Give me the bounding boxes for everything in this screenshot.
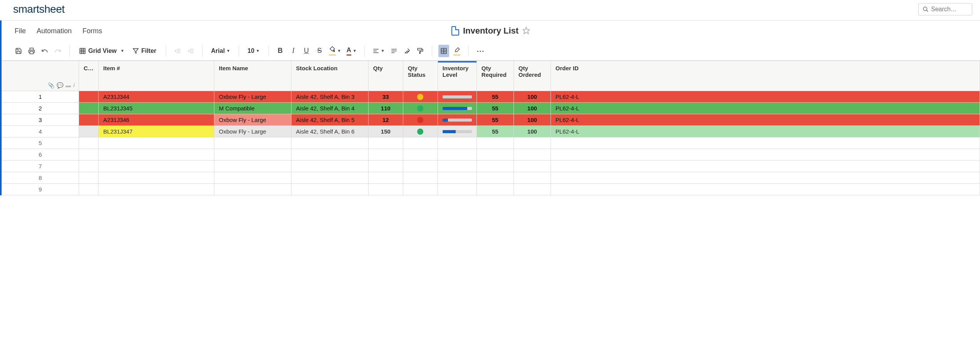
empty-cell[interactable] bbox=[477, 149, 514, 161]
bold-button[interactable]: B bbox=[275, 45, 286, 57]
col-qty-ord[interactable]: Qty Ordered bbox=[514, 61, 551, 91]
empty-cell[interactable] bbox=[291, 161, 368, 172]
proof-icon[interactable]: ▬ bbox=[66, 82, 71, 88]
empty-cell[interactable] bbox=[438, 172, 477, 184]
empty-cell[interactable] bbox=[291, 137, 368, 149]
filter-button[interactable]: Filter bbox=[130, 46, 159, 56]
row-number[interactable]: 6 bbox=[2, 149, 79, 161]
view-switcher[interactable]: Grid View ▼ bbox=[76, 46, 127, 56]
empty-cell[interactable] bbox=[477, 137, 514, 149]
cell-qty[interactable]: 150 bbox=[368, 126, 403, 137]
empty-cell[interactable] bbox=[403, 184, 438, 195]
col-order-id[interactable]: Order ID bbox=[551, 61, 980, 91]
strikethrough-button[interactable]: S bbox=[314, 45, 325, 57]
format-painter-button[interactable] bbox=[415, 45, 426, 57]
cell-item-no[interactable]: BL231J347 bbox=[98, 126, 214, 137]
cell-qty-ord[interactable]: 100 bbox=[514, 103, 551, 114]
indent-button[interactable] bbox=[185, 45, 196, 57]
row-number[interactable]: 4 bbox=[2, 126, 79, 137]
row-number[interactable]: 2 bbox=[2, 103, 79, 114]
row-number[interactable]: 3 bbox=[2, 114, 79, 126]
menu-forms[interactable]: Forms bbox=[83, 27, 102, 35]
clear-format-button[interactable] bbox=[402, 45, 413, 57]
empty-cell[interactable] bbox=[438, 184, 477, 195]
empty-cell[interactable] bbox=[368, 184, 403, 195]
fill-color-button[interactable]: ▼ bbox=[327, 45, 343, 57]
menu-file[interactable]: File bbox=[15, 27, 26, 35]
cell-qty[interactable]: 33 bbox=[368, 91, 403, 103]
empty-cell[interactable] bbox=[214, 161, 291, 172]
cell-stock-loc[interactable]: Aisle 42, Shelf A, Bin 5 bbox=[291, 114, 368, 126]
row-number[interactable]: 9 bbox=[2, 184, 79, 195]
table-row[interactable]: 6 bbox=[2, 149, 980, 161]
col-qty-status[interactable]: Qty Status bbox=[403, 61, 438, 91]
row-number[interactable]: 7 bbox=[2, 161, 79, 172]
table-row[interactable]: 8 bbox=[2, 172, 980, 184]
empty-cell[interactable] bbox=[438, 149, 477, 161]
wrap-button[interactable] bbox=[389, 45, 399, 57]
empty-cell[interactable] bbox=[291, 149, 368, 161]
font-size-select[interactable]: 10▼ bbox=[245, 47, 262, 54]
empty-cell[interactable] bbox=[368, 161, 403, 172]
empty-cell[interactable] bbox=[368, 149, 403, 161]
empty-cell[interactable] bbox=[98, 137, 214, 149]
cell-qty-ord[interactable]: 100 bbox=[514, 126, 551, 137]
empty-cell[interactable] bbox=[214, 172, 291, 184]
cell-qty-status[interactable] bbox=[403, 114, 438, 126]
search-box[interactable] bbox=[918, 3, 972, 15]
italic-button[interactable]: I bbox=[288, 45, 299, 57]
cell-order-id[interactable]: PL62-4-L bbox=[551, 114, 980, 126]
empty-cell[interactable] bbox=[514, 184, 551, 195]
col-inv-level[interactable]: Inventory Level bbox=[438, 61, 477, 91]
empty-cell[interactable] bbox=[79, 161, 99, 172]
outdent-button[interactable] bbox=[172, 45, 183, 57]
empty-cell[interactable] bbox=[514, 161, 551, 172]
cell-qty-req[interactable]: 55 bbox=[477, 91, 514, 103]
info-icon[interactable]: i bbox=[73, 82, 75, 88]
cell-qty[interactable]: 110 bbox=[368, 103, 403, 114]
col-item-name[interactable]: Item Name bbox=[214, 61, 291, 91]
empty-cell[interactable] bbox=[79, 172, 99, 184]
favorite-star-icon[interactable] bbox=[522, 27, 530, 36]
print-button[interactable] bbox=[26, 45, 37, 57]
comments-icon[interactable]: 💬 bbox=[57, 82, 63, 88]
empty-cell[interactable] bbox=[477, 184, 514, 195]
table-row[interactable]: 2BL231J345M CompatibleAisle 42, Shelf A,… bbox=[2, 103, 980, 114]
empty-cell[interactable] bbox=[477, 161, 514, 172]
empty-cell[interactable] bbox=[438, 137, 477, 149]
table-row[interactable]: 4BL231J347Oxbow Fly - LargeAisle 42, She… bbox=[2, 126, 980, 137]
cell-inv-level[interactable] bbox=[438, 91, 477, 103]
empty-cell[interactable] bbox=[551, 184, 980, 195]
empty-cell[interactable] bbox=[514, 137, 551, 149]
empty-cell[interactable] bbox=[403, 137, 438, 149]
document-title[interactable]: Inventory List bbox=[463, 26, 519, 36]
empty-cell[interactable] bbox=[368, 172, 403, 184]
align-button[interactable]: ▼ bbox=[371, 45, 386, 57]
empty-cell[interactable] bbox=[291, 172, 368, 184]
menu-automation[interactable]: Automation bbox=[37, 27, 72, 35]
cell-qty-ord[interactable]: 100 bbox=[514, 114, 551, 126]
cell-order-id[interactable]: PL62-4-L bbox=[551, 103, 980, 114]
redo-button[interactable] bbox=[52, 45, 63, 57]
col-qty[interactable]: Qty bbox=[368, 61, 403, 91]
cell-qty-req[interactable]: 55 bbox=[477, 103, 514, 114]
cell-item-no[interactable]: A231J346 bbox=[98, 114, 214, 126]
empty-cell[interactable] bbox=[79, 184, 99, 195]
cell-stock-loc[interactable]: Aisle 42, Shelf A, Bin 6 bbox=[291, 126, 368, 137]
empty-cell[interactable] bbox=[368, 137, 403, 149]
cell-item-name[interactable]: Oxbow Fly - Large bbox=[214, 91, 291, 103]
empty-cell[interactable] bbox=[79, 137, 99, 149]
cell-qty-ord[interactable]: 100 bbox=[514, 91, 551, 103]
empty-cell[interactable] bbox=[98, 172, 214, 184]
cell-qty[interactable]: 12 bbox=[368, 114, 403, 126]
empty-cell[interactable] bbox=[438, 161, 477, 172]
cell-stock-loc[interactable]: Aisle 42, Shelf A, Bin 3 bbox=[291, 91, 368, 103]
cell-order-id[interactable]: PL62-4-L bbox=[551, 91, 980, 103]
col-item-no[interactable]: Item # bbox=[98, 61, 214, 91]
empty-cell[interactable] bbox=[98, 149, 214, 161]
cell-c[interactable] bbox=[79, 114, 99, 126]
empty-cell[interactable] bbox=[214, 137, 291, 149]
cell-qty-req[interactable]: 55 bbox=[477, 114, 514, 126]
row-number[interactable]: 5 bbox=[2, 137, 79, 149]
underline-button[interactable]: U bbox=[301, 45, 312, 57]
